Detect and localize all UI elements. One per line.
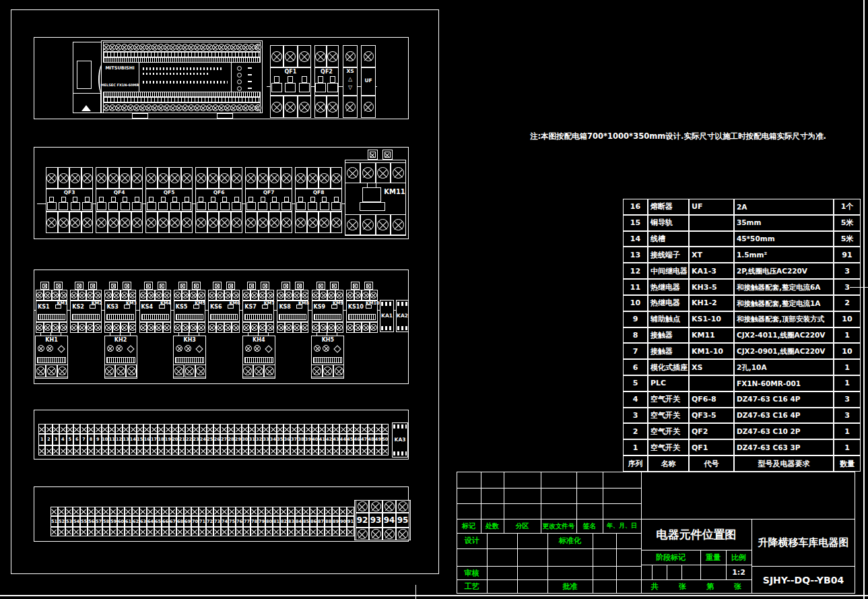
aux-contact-label: KS8 [277,303,296,311]
terminal-number: 4 [59,434,66,445]
breaker-handle [298,197,303,202]
terminal-screw-icon [53,445,59,455]
relay-terminal-pattern [397,302,407,306]
titleblock-line [641,472,642,594]
screw-icon [385,529,395,539]
parts-table-cell: 3 [834,391,861,408]
terminal-number: 32 [255,434,262,445]
terminal-number: 67 [169,516,176,527]
screw-icon [96,173,106,183]
plc-status-led [237,73,242,77]
thermal-terminal-marks [175,357,204,363]
thermal-terminal-marks [313,357,342,363]
terminal-number: 15 [137,434,143,445]
parts-table-cell: 接触器 [648,327,689,344]
screw-icon [354,292,361,298]
screw-icon [196,367,205,375]
screw-icon [302,324,308,331]
screw-icon [245,345,252,352]
terminal-screw-icon [123,424,129,434]
terminal-screw-icon [251,527,258,536]
parts-table-cell: KH3-5 [689,279,734,295]
screw-icon [364,102,374,112]
terminal-screw-icon [154,527,162,536]
screw-icon [294,292,300,298]
terminal-screw-icon [169,527,176,536]
terminal-screw-icon [236,527,243,536]
terminal-screw-icon [374,424,381,434]
breaker-handle [149,197,154,202]
terminal-screw-icon [263,424,269,434]
screw-icon [108,173,119,183]
screw-icon [113,292,120,298]
parts-table-cell: 熔断器 [648,199,689,215]
terminal-screw-icon [368,424,374,434]
titleblock-line [616,533,617,594]
terminal-number: 90 [339,516,347,527]
screw-icon [296,173,306,183]
breaker-label: QF3 [46,189,93,196]
parts-table-cell: 和接触器配套,整定电流6A [734,279,834,295]
terminal-screw-icon [108,424,115,434]
breaker-handle [111,197,116,202]
parts-table-cell: QF1 [689,439,734,455]
terminal-screw-icon [228,424,234,434]
screw-icon [312,367,321,375]
screw-icon [251,292,258,298]
breaker-handle-base [281,202,291,210]
terminal-screw-icon [325,527,332,536]
terminal-screw-icon [304,424,311,434]
socket-up-icon: △ [343,75,358,83]
contactor-terminal-marks [244,314,272,320]
terminal-screw-icon [110,527,117,536]
terminal-number: 1 [38,434,45,445]
screw-icon [146,173,156,183]
breaker-handle [322,197,327,202]
terminal-number: 85 [302,516,310,527]
terminal-screw-icon [339,527,347,536]
terminal-screw-icon [108,445,115,455]
breaker-handle-base [108,202,118,210]
parts-table-cell [689,375,734,391]
terminal-number: 70 [191,516,199,527]
terminal-screw-icon [277,445,283,455]
terminal-number: 12 [115,434,122,445]
screw-icon [398,501,408,511]
parts-table-cell: 1 [834,375,861,391]
parts-table-cell: 3 [834,263,861,279]
terminal-screw-icon [325,507,332,516]
parts-table-cell: 5米 [834,215,861,231]
terminal-number: 5 [67,434,73,445]
parts-table-cell: 8 [623,327,648,344]
screw-icon [47,367,56,375]
parts-table-cell: PLC [648,375,689,391]
terminal-number: 51 [51,516,58,527]
breaker-handle [261,197,265,202]
terminal-number: 61 [125,516,132,527]
terminal-screw-icon [137,424,143,434]
plc-status-led [237,66,242,71]
thermal-terminal-marks [106,357,135,363]
parts-table-cell: 接触器 [648,343,689,359]
terminal-screw-icon [73,424,80,434]
contactor-label: KM4 [160,301,172,307]
screw-icon [196,218,206,228]
plc-status-mark [248,67,252,69]
screw-icon [46,345,53,352]
screw-icon [120,218,130,228]
aux-contact-label: KS6 [209,303,228,311]
parts-table-cell: XT [689,247,734,263]
thermal-relay-label: KH3 [173,337,206,344]
screw-icon [147,324,154,331]
breaker-label: QF6 [195,189,242,196]
plc-corner-screw-icon [255,44,259,49]
terminal-number: 44 [339,434,346,445]
screw-icon [82,173,92,183]
sheet-border-bottom [0,595,868,596]
screw-icon [198,292,205,298]
terminal-number: 48 [368,434,374,445]
screw-icon [254,345,261,352]
terminal-screw-icon [80,445,87,455]
parts-table-cell: 5 [623,375,648,391]
screw-icon [82,218,92,228]
